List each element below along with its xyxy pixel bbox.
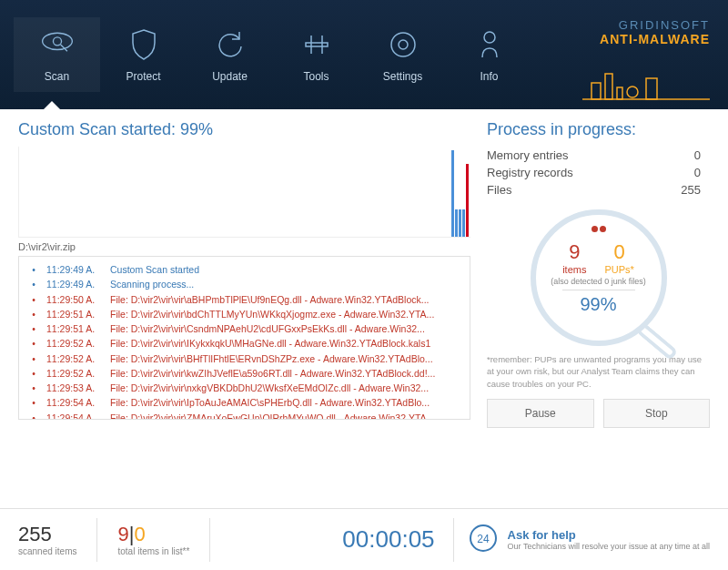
log-entry: •11:29:52 A.File: D:\vir2\vir\vir\kwZIhJ…: [28, 366, 460, 381]
brand-art-icon: [582, 60, 710, 105]
svg-point-7: [391, 33, 415, 56]
support-24-icon: 24: [468, 523, 499, 557]
tools-icon: [298, 26, 335, 63]
info-icon: [471, 26, 508, 63]
svg-rect-14: [646, 78, 657, 99]
svg-rect-3: [306, 43, 328, 46]
refresh-icon: [212, 26, 248, 63]
nav-protect[interactable]: Protect: [100, 17, 187, 92]
process-stats: Memory entries0 Registry records0 Files2…: [487, 148, 710, 200]
log-entry: •11:29:51 A.File: D:\vir2\vir\vir\bdChTT…: [28, 307, 460, 321]
scanned-items-counter: 255 scanned items: [18, 518, 97, 562]
nav-info[interactable]: Info: [446, 17, 532, 92]
app-header: Scan Protect Update Tools: [0, 0, 728, 109]
log-entry: •11:29:54 A.File: D:\vir2\vir\vir\ZMAruX…: [28, 411, 460, 420]
log-entry: •11:29:54 A.File: D:\vir2\vir\vir\IpToAu…: [28, 395, 460, 410]
scan-log[interactable]: •11:29:49 A.Custom Scan started•11:29:49…: [18, 256, 470, 420]
log-entry: •11:29:52 A.File: D:\vir2\vir\vir\BHfTlI…: [28, 351, 460, 366]
log-entry: •11:29:52 A.File: D:\vir2\vir\vir\IKykxk…: [28, 336, 460, 351]
stop-button[interactable]: Stop: [603, 399, 711, 428]
main-content: Custom Scan started: 99% D:\vir2\vir.zip…: [0, 109, 728, 508]
activity-chart: [18, 147, 470, 238]
ask-for-help-button[interactable]: 24 Ask for help Our Technicians will res…: [453, 518, 710, 562]
svg-rect-11: [617, 87, 622, 99]
svg-point-8: [484, 32, 495, 43]
elapsed-timer: 00:00:05: [342, 525, 452, 554]
total-items-counter: 9|0 total items in list**: [97, 518, 210, 562]
eye-scan-icon: [39, 26, 76, 63]
log-entry: •11:29:49 A.Custom Scan started: [28, 262, 460, 277]
scan-status-title: Custom Scan started: 99%: [18, 120, 470, 139]
pause-button[interactable]: Pause: [487, 399, 594, 428]
log-entry: •11:29:49 A.Scanning process...: [28, 277, 460, 291]
progress-gauge: 9items 0PUPs* (also detected 0 junk file…: [531, 209, 667, 346]
svg-text:24: 24: [477, 533, 490, 545]
svg-rect-10: [605, 74, 612, 99]
pup-disclaimer: *remember: PUPs are unwanted programs yo…: [487, 353, 710, 390]
svg-point-6: [399, 40, 408, 49]
status-bar: 255 scanned items 9|0 total items in lis…: [0, 508, 728, 570]
svg-point-13: [627, 87, 638, 97]
current-file-path: D:\vir2\vir.zip: [18, 241, 470, 252]
nav-tools[interactable]: Tools: [273, 17, 359, 92]
svg-point-0: [42, 33, 72, 49]
log-entry: •11:29:50 A.File: D:\vir2\vir\vir\aBHPmb…: [28, 292, 460, 307]
svg-rect-9: [592, 83, 601, 99]
brand-logo: GRIDINSOFT ANTI-MALWARE: [600, 18, 710, 46]
active-tab-indicator-icon: [43, 101, 61, 110]
process-title: Process in progress:: [487, 120, 710, 139]
svg-point-1: [53, 37, 61, 46]
log-entry: •11:29:53 A.File: D:\vir2\vir\vir\nxkgVB…: [28, 381, 460, 395]
nav-settings[interactable]: Settings: [359, 17, 446, 92]
log-entry: •11:29:51 A.File: D:\vir2\vir\vir\CsndmN…: [28, 321, 460, 336]
nav-update[interactable]: Update: [187, 17, 273, 92]
nav-scan[interactable]: Scan: [14, 17, 100, 92]
shield-icon: [126, 26, 162, 63]
gear-icon: [385, 26, 421, 63]
